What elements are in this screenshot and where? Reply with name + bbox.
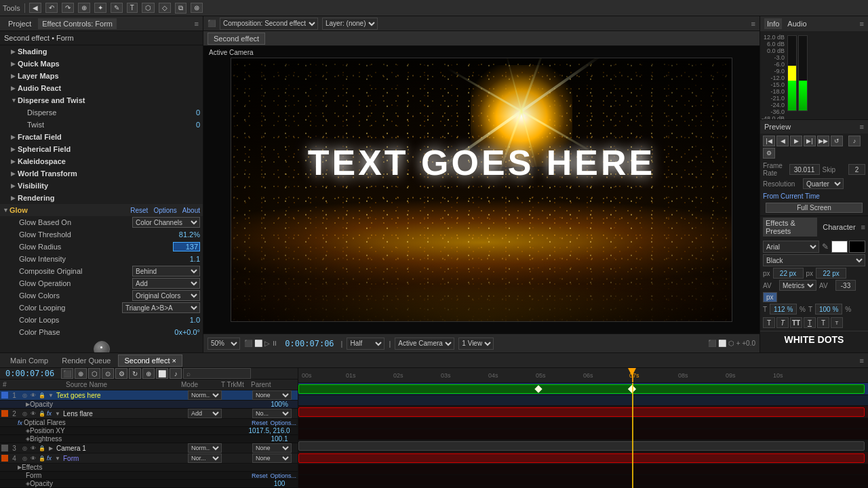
timeline-menu[interactable]: ≡ xyxy=(860,357,864,365)
tab-info[interactable]: Info xyxy=(764,18,782,29)
brightness-value[interactable]: 100.1 xyxy=(262,435,296,443)
tab-effect-controls[interactable]: Effect Controls: Form xyxy=(38,18,117,29)
tab-character[interactable]: Character xyxy=(820,222,858,232)
layer-3-mode-dropdown[interactable]: Norm... xyxy=(188,443,222,453)
glow-intensity-value[interactable]: 1.1 xyxy=(173,255,200,263)
lc-btn-2[interactable]: ⊕ xyxy=(75,368,87,379)
tab-main-comp[interactable]: Main Comp xyxy=(4,354,54,367)
font-edit-icon[interactable]: ✎ xyxy=(821,242,830,251)
layer-maps-expand[interactable]: ▶ xyxy=(11,73,18,79)
visibility-expand[interactable]: ▶ xyxy=(11,182,18,189)
font-color-swatch[interactable] xyxy=(831,241,848,253)
layer-2-mode-dropdown[interactable]: Add xyxy=(188,409,222,418)
text-style-t4[interactable]: T xyxy=(817,317,829,328)
lc-btn-9[interactable]: ♪ xyxy=(170,368,182,379)
fractal-expand[interactable]: ▶ xyxy=(11,134,18,140)
audio-react-expand[interactable]: ▶ xyxy=(11,85,18,92)
size-h-input[interactable] xyxy=(815,304,842,314)
glow-based-on-dropdown[interactable]: Color Channels xyxy=(132,217,200,228)
layer-3-lock[interactable]: 🔒 xyxy=(38,444,46,452)
layer-3-vis[interactable]: 👁 xyxy=(29,444,37,452)
lc-btn-7[interactable]: ⊕ xyxy=(142,368,155,379)
comp-dropdown[interactable]: Composition: Second effect xyxy=(220,18,318,30)
layer-4-solo[interactable]: ◎ xyxy=(20,454,28,462)
lc-btn-1[interactable]: ⬛ xyxy=(61,368,73,379)
glow-about[interactable]: About xyxy=(182,207,200,214)
preview-skip-start[interactable]: |◀ xyxy=(763,136,775,146)
right-panel-menu[interactable]: ≡ xyxy=(860,20,864,28)
prop-layer-maps[interactable]: ▶ Layer Maps xyxy=(0,70,203,82)
shading-expand[interactable]: ▶ xyxy=(11,48,18,55)
layer-dropdown[interactable]: Layer: (none) xyxy=(322,18,378,30)
position-xy-value[interactable]: 1017.5, 216.0 xyxy=(242,427,296,434)
layer-4-mode-dropdown[interactable]: Nor... xyxy=(188,453,222,463)
prop-audio-react[interactable]: ▶ Audio React xyxy=(0,82,203,94)
layer-row-3[interactable]: 3 ◎ 👁 🔒 ▶ Camera 1 Norm... None xyxy=(0,443,298,453)
rendering-expand[interactable]: ▶ xyxy=(11,195,18,201)
kaleido-expand[interactable]: ▶ xyxy=(11,158,18,165)
layer-3-solo[interactable]: ◎ xyxy=(20,444,28,452)
prop-shading[interactable]: ▶ Shading xyxy=(0,45,203,58)
toolbar-btn-t[interactable]: T xyxy=(127,3,138,13)
track-1[interactable] xyxy=(298,383,868,395)
track-4[interactable] xyxy=(298,452,868,464)
prop-world-transform[interactable]: ▶ World Transform xyxy=(0,167,203,180)
layer-search-input[interactable] xyxy=(183,368,251,379)
color-looping-dropdown[interactable]: Triangle A>B>A xyxy=(122,302,200,313)
tab-audio[interactable]: Audio xyxy=(785,18,809,29)
prop-twist[interactable]: Twist 0 xyxy=(0,119,203,131)
form-options[interactable]: Options... xyxy=(270,472,296,479)
toolbar-btn-3[interactable]: ↷ xyxy=(62,3,74,13)
prop-visibility[interactable]: ▶ Visibility xyxy=(0,180,203,192)
glow-operation-dropdown[interactable]: Add xyxy=(132,278,200,289)
glow-radius-value[interactable]: 137 xyxy=(173,242,200,251)
font-family-dropdown[interactable]: Arial xyxy=(763,241,819,253)
toolbar-btn-4[interactable]: ⊕ xyxy=(78,3,90,13)
camera-dropdown[interactable]: Active Camera xyxy=(395,338,454,350)
layer-row-1[interactable]: 1 ◎ 👁 🔒 ▼ Text goes here Norm... None xyxy=(0,390,298,401)
font-size-input2[interactable] xyxy=(816,268,846,279)
layer-4-lock[interactable]: 🔒 xyxy=(38,454,46,462)
lc-btn-6[interactable]: ↻ xyxy=(129,368,141,379)
layer-1-mode-dropdown[interactable]: Norm... xyxy=(188,390,222,400)
toolbar-btn-eraser[interactable]: ◇ xyxy=(159,3,171,13)
effects-menu[interactable]: ≡ xyxy=(861,223,865,231)
preview-skip-end[interactable]: ▶▶ xyxy=(817,136,829,146)
left-panel-menu[interactable]: ≡ xyxy=(195,20,199,28)
form-reset[interactable]: Reset xyxy=(252,472,268,479)
preview-resolution-dropdown[interactable]: QuarterHalfFull xyxy=(803,178,844,189)
views-dropdown[interactable]: 1 View xyxy=(458,338,494,350)
color-phase-value[interactable]: 0x+0.0° xyxy=(173,328,200,336)
preview-play[interactable]: ▶ xyxy=(790,136,802,146)
layer-3-expand[interactable]: ▶ xyxy=(47,444,55,452)
tab-render-queue[interactable]: Render Queue xyxy=(56,354,117,367)
size-w-input[interactable] xyxy=(770,304,797,314)
layer-2-solo[interactable]: ◎ xyxy=(20,409,28,418)
glow-threshold-value[interactable]: 81.2% xyxy=(173,230,200,239)
world-expand[interactable]: ▶ xyxy=(11,170,18,177)
layer-1-vis[interactable]: 👁 xyxy=(29,391,37,399)
layer-1-lock[interactable]: 🔒 xyxy=(38,391,46,399)
prop-disperse-twist[interactable]: ▼ Disperse and Twist xyxy=(0,94,203,106)
layer-1-parent-dropdown[interactable]: None xyxy=(252,390,292,400)
glow-colors-dropdown[interactable]: Original Colors xyxy=(132,290,200,301)
comp-tab-second-effect[interactable]: Second effect xyxy=(208,33,265,45)
quality-dropdown[interactable]: HalfFullQuarter xyxy=(347,338,384,350)
layer-1-solo[interactable]: ◎ xyxy=(20,391,28,399)
zoom-dropdown[interactable]: 50%100%25% xyxy=(208,338,240,350)
layer-1-expand[interactable]: ▼ xyxy=(47,391,55,399)
preview-prev-frame[interactable]: ◀ xyxy=(776,136,789,146)
glow-reset[interactable]: Reset xyxy=(130,207,148,214)
layer-2-vis[interactable]: 👁 xyxy=(29,409,37,418)
layer-3-parent-dropdown[interactable]: None xyxy=(252,443,292,453)
prop-disperse[interactable]: Disperse 0 xyxy=(0,106,203,119)
layer-4-expand[interactable]: ▼ xyxy=(54,454,62,462)
text-style-t5[interactable]: T xyxy=(831,317,843,328)
layer-row-4[interactable]: 4 ◎ 👁 🔒 fx ▼ Form Nor... None xyxy=(0,453,298,464)
toolbar-btn-2[interactable]: ↶ xyxy=(45,3,58,13)
color-loops-value[interactable]: 1.0 xyxy=(173,316,200,324)
preview-fullscreen-btn[interactable]: Full Screen xyxy=(766,203,863,213)
twist-value[interactable]: 0 xyxy=(173,121,200,129)
toolbar-btn-pen[interactable]: ✎ xyxy=(111,3,123,13)
av-dropdown[interactable]: Metrics xyxy=(779,280,816,291)
